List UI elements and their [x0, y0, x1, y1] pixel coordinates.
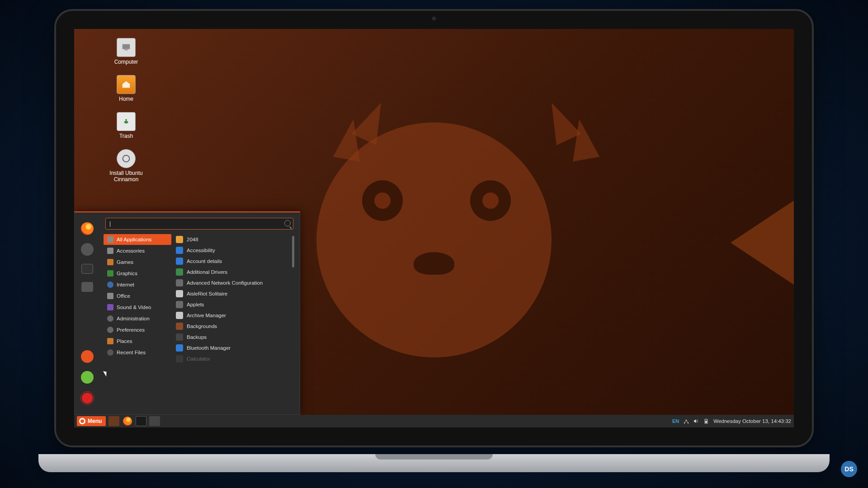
app-additional-drivers[interactable]: Additional Drivers [173, 267, 295, 277]
app-label: Accessibility [187, 248, 215, 253]
app-2048[interactable]: 2048 [173, 234, 295, 245]
lock-screen-icon[interactable] [81, 350, 94, 363]
app-icon [176, 258, 183, 265]
menu-main-column: All ApplicationsAccessoriesGamesGraphics… [100, 212, 300, 414]
desktop-icon-computer[interactable]: Computer [101, 38, 151, 65]
category-icon [107, 327, 113, 333]
ubuntu-logo-icon [79, 418, 85, 424]
taskbar-files-icon[interactable] [149, 416, 160, 426]
app-label: Backups [187, 334, 207, 340]
app-applets[interactable]: Applets [173, 299, 295, 310]
taskbar-firefox-icon[interactable] [122, 416, 133, 426]
camera-dot [432, 17, 436, 20]
app-label: AisleRiot Solitaire [187, 291, 227, 296]
favorite-settings-icon[interactable] [81, 243, 94, 256]
app-backgrounds[interactable]: Backgrounds [173, 321, 295, 332]
category-places[interactable]: Places [104, 336, 171, 347]
category-icon [107, 304, 113, 310]
battery-icon[interactable] [703, 418, 709, 424]
clock[interactable]: Wednesday October 13, 14:43:32 [713, 418, 791, 424]
app-bluetooth-manager[interactable]: Bluetooth Manager [173, 343, 295, 353]
category-icon [107, 338, 113, 344]
menu-button[interactable]: Menu [77, 416, 106, 426]
menu-applications: 2048AccessibilityAccount detailsAddition… [173, 234, 295, 412]
category-icon [107, 236, 113, 243]
app-icon [176, 312, 183, 319]
app-icon [176, 247, 183, 254]
category-accessories[interactable]: Accessories [104, 245, 171, 256]
app-icon [176, 301, 183, 308]
keyboard-layout-indicator[interactable]: EN [672, 418, 679, 424]
power-icon[interactable] [81, 392, 94, 404]
favorite-files-icon[interactable] [81, 282, 93, 292]
desktop-icon-label: Trash [119, 133, 133, 139]
favorite-firefox-icon[interactable] [81, 222, 94, 235]
svg-point-2 [125, 119, 127, 121]
search-icon [284, 220, 291, 226]
app-label: Account details [187, 258, 222, 264]
app-calculator[interactable]: Calculator [173, 353, 295, 364]
app-label: Additional Drivers [187, 269, 227, 275]
app-label: Advanced Network Configuration [187, 280, 263, 286]
logout-icon[interactable] [81, 371, 94, 384]
app-label: Calculator [187, 356, 210, 361]
category-icon [107, 349, 113, 356]
app-advanced-network-configuration[interactable]: Advanced Network Configuration [173, 277, 295, 288]
desktop-icon-install[interactable]: Install Ubuntu Cinnamon [101, 149, 151, 183]
menu-categories: All ApplicationsAccessoriesGamesGraphics… [104, 234, 171, 412]
category-icon [107, 259, 113, 265]
show-desktop-button[interactable] [108, 416, 119, 426]
ds-badge: DS [841, 461, 857, 477]
app-accessibility[interactable]: Accessibility [173, 245, 295, 256]
category-icon [107, 293, 113, 299]
svg-rect-9 [705, 421, 707, 423]
category-preferences[interactable]: Preferences [104, 324, 171, 335]
app-icon [176, 268, 183, 276]
favorite-terminal-icon[interactable] [81, 264, 93, 274]
category-label: Recent Files [117, 350, 146, 355]
start-menu: All ApplicationsAccessoriesGamesGraphics… [74, 211, 300, 415]
desktop-icon-label: Install Ubuntu Cinnamon [101, 170, 151, 183]
svg-point-3 [123, 155, 130, 162]
category-internet[interactable]: Internet [104, 279, 171, 290]
app-aisleriot-solitaire[interactable]: AisleRiot Solitaire [173, 288, 295, 299]
app-label: Archive Manager [187, 313, 226, 318]
trash-icon [117, 112, 136, 131]
app-account-details[interactable]: Account details [173, 256, 295, 267]
taskbar-terminal-icon[interactable] [136, 416, 146, 426]
category-label: Preferences [117, 327, 145, 333]
category-label: Accessories [117, 248, 145, 253]
category-recent-files[interactable]: Recent Files [104, 347, 171, 358]
category-label: Internet [117, 282, 134, 287]
category-all-applications[interactable]: All Applications [104, 234, 171, 245]
category-office[interactable]: Office [104, 291, 171, 301]
category-administration[interactable]: Administration [104, 313, 171, 324]
svg-rect-0 [123, 44, 130, 49]
app-backups[interactable]: Backups [173, 332, 295, 343]
category-label: Graphics [117, 271, 137, 276]
app-icon [176, 236, 183, 243]
network-icon[interactable] [684, 418, 689, 424]
desktop-icon-trash[interactable]: Trash [101, 112, 151, 139]
desktop-icon-home[interactable]: Home [101, 75, 151, 102]
computer-icon [117, 38, 136, 57]
category-sound-video[interactable]: Sound & Video [104, 302, 171, 313]
laptop-frame: Computer Home Trash Install Ubuntu Cinna… [54, 9, 814, 447]
category-label: Sound & Video [117, 305, 151, 310]
app-icon [176, 323, 183, 330]
desktop-icons: Computer Home Trash Install Ubuntu Cinna… [101, 38, 151, 183]
desktop-screen: Computer Home Trash Install Ubuntu Cinna… [74, 29, 794, 427]
category-graphics[interactable]: Graphics [104, 268, 171, 279]
app-icon [176, 279, 183, 286]
system-tray: EN Wednesday October 13, 14:43:32 [672, 418, 791, 424]
app-icon [176, 344, 183, 352]
category-label: Administration [117, 316, 150, 321]
app-archive-manager[interactable]: Archive Manager [173, 310, 295, 321]
taskbar: Menu EN Wednesday October 13, 14:43:32 [74, 415, 794, 427]
svg-rect-1 [124, 50, 127, 51]
volume-icon[interactable] [693, 418, 699, 424]
apps-scrollbar[interactable] [292, 236, 294, 267]
category-games[interactable]: Games [104, 257, 171, 267]
app-label: Bluetooth Manager [187, 345, 231, 351]
search-input[interactable] [105, 218, 293, 230]
